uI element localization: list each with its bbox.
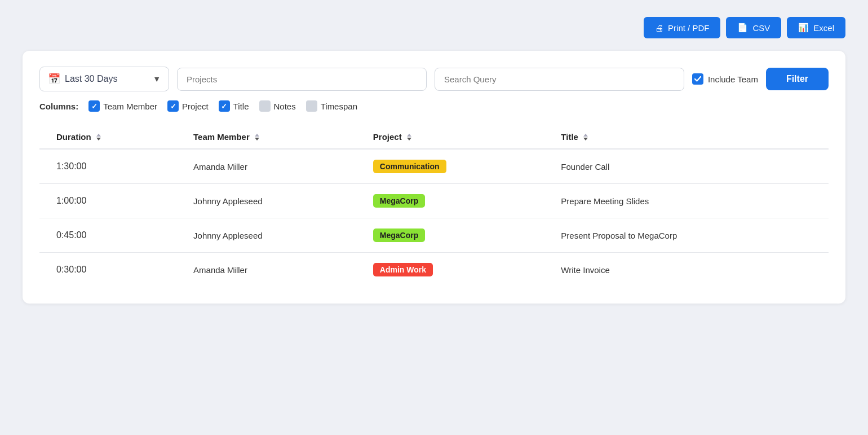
th-project-label: Project bbox=[373, 132, 402, 142]
chevron-down-icon: ▼ bbox=[153, 74, 161, 84]
print-icon: 🖨 bbox=[655, 23, 663, 33]
print-pdf-label: Print / PDF bbox=[668, 23, 709, 33]
col-team-member[interactable]: ✓ Team Member bbox=[88, 100, 157, 112]
excel-label: Excel bbox=[813, 23, 834, 33]
csv-button[interactable]: 📄 CSV bbox=[726, 17, 781, 38]
th-title[interactable]: Title bbox=[552, 125, 829, 149]
sort-up-icon bbox=[255, 134, 259, 137]
checkmark-icon bbox=[694, 76, 701, 82]
th-team-member[interactable]: Team Member bbox=[184, 125, 364, 149]
include-team-label: Include Team bbox=[708, 74, 758, 84]
cell-title: Write Invoice bbox=[552, 253, 829, 287]
print-pdf-button[interactable]: 🖨 Print / PDF bbox=[644, 17, 720, 38]
cell-project: MegaCorp bbox=[364, 184, 552, 218]
cell-duration: 1:00:00 bbox=[39, 184, 184, 218]
sort-icon bbox=[255, 134, 259, 140]
checkmark-icon: ✓ bbox=[221, 103, 227, 110]
cell-project: MegaCorp bbox=[364, 218, 552, 253]
project-badge: MegaCorp bbox=[373, 229, 425, 242]
sort-icon bbox=[407, 134, 411, 140]
col-notes-checkbox[interactable] bbox=[259, 100, 271, 112]
cell-project: Admin Work bbox=[364, 253, 552, 287]
project-badge: Communication bbox=[373, 160, 446, 173]
sort-up-icon bbox=[407, 134, 411, 137]
th-project[interactable]: Project bbox=[364, 125, 552, 149]
sort-icon bbox=[583, 134, 588, 140]
col-title[interactable]: ✓ Title bbox=[219, 100, 249, 112]
col-timespan-checkbox[interactable] bbox=[306, 100, 317, 112]
project-badge: MegaCorp bbox=[373, 194, 425, 208]
excel-icon: 📊 bbox=[798, 23, 809, 33]
search-input[interactable] bbox=[435, 68, 684, 91]
main-card: 📅 Last 30 Days ▼ Include Team Filter Col… bbox=[23, 51, 845, 304]
filter-row: 📅 Last 30 Days ▼ Include Team Filter bbox=[39, 67, 829, 91]
filter-button[interactable]: Filter bbox=[766, 68, 829, 90]
col-team-member-checkbox[interactable]: ✓ bbox=[88, 100, 100, 112]
cell-team-member: Johnny Appleseed bbox=[184, 218, 364, 253]
sort-up-icon bbox=[583, 134, 588, 137]
cell-team-member: Amanda Miller bbox=[184, 253, 364, 287]
cell-title: Founder Call bbox=[552, 149, 829, 184]
date-range-select[interactable]: 📅 Last 30 Days ▼ bbox=[39, 67, 169, 91]
th-duration[interactable]: Duration bbox=[39, 125, 184, 149]
project-badge: Admin Work bbox=[373, 263, 433, 276]
cell-team-member: Amanda Miller bbox=[184, 149, 364, 184]
col-team-member-label: Team Member bbox=[103, 102, 157, 111]
sort-icon bbox=[96, 134, 101, 140]
sort-down-icon bbox=[407, 138, 411, 140]
table-header-row: Duration Team Member bbox=[39, 125, 829, 149]
col-title-checkbox[interactable]: ✓ bbox=[219, 100, 230, 112]
cell-duration: 0:45:00 bbox=[39, 218, 184, 253]
columns-label: Columns: bbox=[39, 102, 78, 111]
table-row: 0:30:00 Amanda Miller Admin Work Write I… bbox=[39, 253, 829, 287]
col-project[interactable]: ✓ Project bbox=[167, 100, 209, 112]
columns-row: Columns: ✓ Team Member ✓ Project ✓ Title… bbox=[39, 100, 829, 112]
date-range-label: Last 30 Days bbox=[65, 74, 148, 84]
cell-team-member: Johnny Appleseed bbox=[184, 184, 364, 218]
csv-label: CSV bbox=[752, 23, 770, 33]
data-table: Duration Team Member bbox=[39, 125, 829, 287]
cell-duration: 1:30:00 bbox=[39, 149, 184, 184]
table-row: 1:00:00 Johnny Appleseed MegaCorp Prepar… bbox=[39, 184, 829, 218]
include-team-wrapper: Include Team bbox=[692, 73, 758, 85]
col-notes-label: Notes bbox=[274, 102, 296, 111]
col-notes[interactable]: Notes bbox=[259, 100, 296, 112]
col-project-label: Project bbox=[182, 102, 209, 111]
th-team-member-label: Team Member bbox=[193, 132, 250, 142]
checkmark-icon: ✓ bbox=[170, 103, 176, 110]
csv-icon: 📄 bbox=[737, 23, 748, 33]
cell-duration: 0:30:00 bbox=[39, 253, 184, 287]
table-row: 1:30:00 Amanda Miller Communication Foun… bbox=[39, 149, 829, 184]
table-row: 0:45:00 Johnny Appleseed MegaCorp Presen… bbox=[39, 218, 829, 253]
cell-title: Present Proposal to MegaCorp bbox=[552, 218, 829, 253]
cell-title: Prepare Meeting Slides bbox=[552, 184, 829, 218]
th-duration-label: Duration bbox=[56, 132, 91, 142]
col-timespan[interactable]: Timespan bbox=[306, 100, 357, 112]
th-title-label: Title bbox=[561, 132, 578, 142]
include-team-checkbox[interactable] bbox=[692, 73, 703, 85]
top-toolbar: 🖨 Print / PDF 📄 CSV 📊 Excel bbox=[23, 17, 845, 38]
calendar-icon: 📅 bbox=[48, 73, 60, 85]
projects-input[interactable] bbox=[177, 68, 427, 91]
cell-project: Communication bbox=[364, 149, 552, 184]
sort-down-icon bbox=[255, 138, 259, 140]
col-project-checkbox[interactable]: ✓ bbox=[167, 100, 179, 112]
sort-up-icon bbox=[96, 134, 101, 137]
sort-down-icon bbox=[583, 138, 588, 140]
excel-button[interactable]: 📊 Excel bbox=[787, 17, 845, 38]
col-title-label: Title bbox=[233, 102, 249, 111]
checkmark-icon: ✓ bbox=[91, 103, 98, 110]
filter-button-label: Filter bbox=[786, 74, 808, 84]
col-timespan-label: Timespan bbox=[321, 102, 357, 111]
sort-down-icon bbox=[96, 138, 101, 140]
